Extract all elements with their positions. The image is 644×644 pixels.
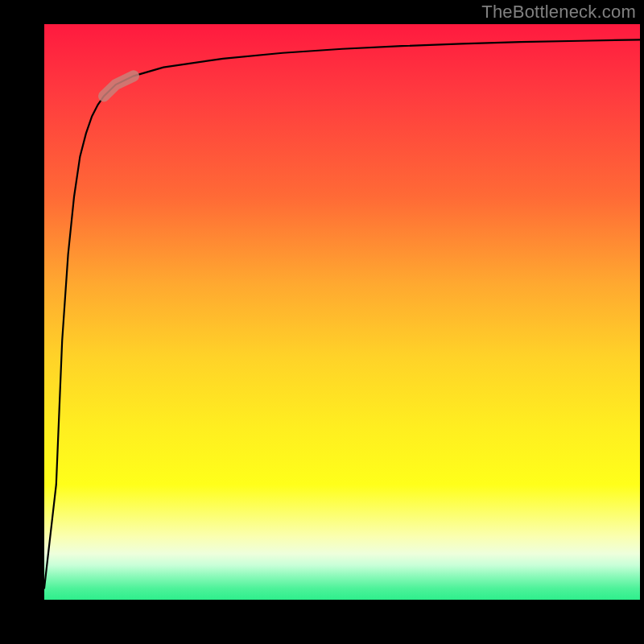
chart-frame: TheBottleneck.com	[0, 0, 644, 644]
plot-area	[44, 24, 640, 600]
highlight-segment	[104, 76, 134, 96]
curve-svg	[44, 24, 640, 600]
watermark-text: TheBottleneck.com	[481, 2, 636, 23]
bottleneck-curve	[44, 39, 640, 588]
